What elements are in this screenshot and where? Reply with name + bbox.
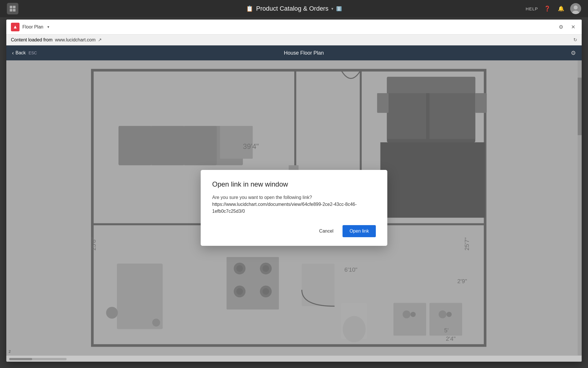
open-link-button[interactable]: Open link — [343, 225, 376, 237]
content-domain[interactable]: www.lucidchart.com — [55, 37, 95, 42]
lucid-logo — [11, 23, 20, 31]
help-label[interactable]: HELP — [526, 6, 538, 11]
svg-rect-2 — [10, 9, 12, 12]
frame-header-right: ⚙ ✕ — [557, 23, 577, 31]
title-dropdown-arrow[interactable]: ▾ — [331, 6, 333, 11]
back-button[interactable]: ‹ Back ESC — [12, 50, 37, 56]
frame-settings-icon[interactable]: ⚙ — [557, 23, 565, 31]
app-bar: 📋 Product Catalog & Orders ▾ ℹ️ HELP ❓ 🔔 — [0, 0, 588, 17]
help-icon-btn[interactable]: ❓ — [543, 4, 552, 13]
inner-nav-title: House Floor Plan — [284, 50, 324, 56]
frame-header: Floor Plan ▾ ⚙ ✕ — [6, 20, 582, 34]
dialog-body-text: Are you sure you want to open the follow… — [212, 195, 312, 200]
app-bar-center: 📋 Product Catalog & Orders ▾ ℹ️ — [246, 5, 342, 12]
content-loaded-text: Content loaded from — [11, 37, 53, 42]
book-icon: 📋 — [246, 5, 253, 12]
refresh-icon[interactable]: ↻ — [573, 37, 577, 43]
horizontal-scrollbar-track[interactable] — [9, 358, 67, 360]
app-title-text: Product Catalog & Orders — [256, 5, 328, 12]
external-link-icon[interactable]: ↗ — [98, 37, 102, 42]
cancel-button[interactable]: Cancel — [315, 226, 338, 237]
esc-badge: ESC — [29, 51, 37, 55]
back-label: Back — [16, 50, 26, 55]
dialog-title: Open link in new window — [212, 180, 376, 188]
floor-plan-area: 39'4" 25'8" 25'7" 6'10" 2'9" — [6, 60, 582, 355]
confirm-dialog: Open link in new window Are you sure you… — [201, 170, 387, 246]
frame-title: Floor Plan — [22, 24, 43, 30]
dialog-overlay: Open link in new window Are you sure you… — [6, 60, 582, 355]
app-title: 📋 Product Catalog & Orders ▾ — [246, 5, 333, 12]
content-bar: Content loaded from www.lucidchart.com ↗… — [6, 34, 582, 45]
svg-rect-0 — [10, 6, 12, 8]
app-logo[interactable] — [7, 3, 18, 14]
notifications-icon[interactable]: 🔔 — [556, 4, 566, 13]
modal-frame: Floor Plan ▾ ⚙ ✕ Content loaded from www… — [6, 20, 582, 362]
frame-header-left: Floor Plan ▾ — [11, 23, 49, 31]
app-bar-right: HELP ❓ 🔔 — [526, 3, 581, 14]
inner-nav: ‹ Back ESC House Floor Plan ⚙ — [6, 45, 582, 60]
svg-rect-1 — [13, 6, 16, 8]
user-avatar[interactable] — [570, 3, 581, 14]
svg-point-5 — [574, 5, 578, 9]
inner-nav-settings-icon[interactable]: ⚙ — [571, 49, 576, 56]
app-bar-left — [7, 3, 18, 14]
back-chevron-icon: ‹ — [12, 50, 14, 56]
dialog-actions: Cancel Open link — [212, 225, 376, 237]
svg-rect-3 — [13, 9, 16, 12]
frame-dropdown-arrow[interactable]: ▾ — [47, 25, 49, 29]
dialog-body: Are you sure you want to open the follow… — [212, 194, 376, 215]
frame-close-icon[interactable]: ✕ — [569, 23, 577, 31]
content-source-text: Content loaded from www.lucidchart.com ↗ — [11, 37, 102, 43]
bottom-bar — [6, 355, 582, 362]
info-icon[interactable]: ℹ️ — [336, 6, 342, 12]
horizontal-scrollbar-thumb[interactable] — [9, 358, 32, 360]
dialog-url: https://www.lucidchart.com/documents/vie… — [212, 202, 357, 214]
